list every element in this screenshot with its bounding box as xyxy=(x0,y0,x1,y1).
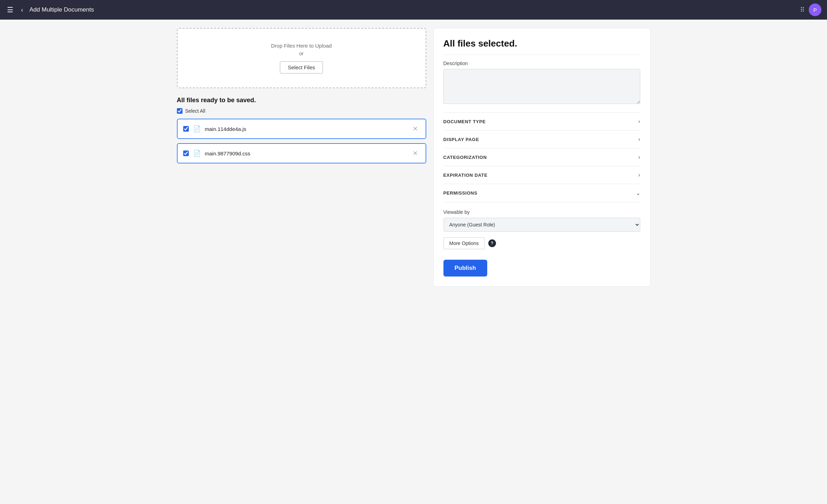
file-name-2: main.9877909d.css xyxy=(205,150,406,156)
file-checkbox-2[interactable] xyxy=(183,150,189,156)
header: ☰ ‹ Add Multiple Documents ⠿ P xyxy=(0,0,827,20)
select-files-button[interactable]: Select Files xyxy=(280,61,323,74)
file-item: 📄 main.114dde4a.js ✕ xyxy=(177,119,426,139)
more-options-button[interactable]: More Options xyxy=(443,237,485,249)
accordion-item-document-type[interactable]: DOCUMENT TYPE › xyxy=(443,112,640,130)
permissions-section: Viewable by Anyone (Guest Role) Owner Au… xyxy=(443,209,640,249)
drop-text: Drop Files Here to Upload xyxy=(185,43,419,49)
file-icon-2: 📄 xyxy=(193,149,201,157)
file-remove-button-1[interactable]: ✕ xyxy=(411,124,420,133)
page-title: Add Multiple Documents xyxy=(29,6,796,13)
main-content: Drop Files Here to Upload or Select File… xyxy=(168,20,659,295)
viewable-by-select[interactable]: Anyone (Guest Role) Owner Authenticated … xyxy=(443,218,640,232)
more-options-row: More Options ? xyxy=(443,237,640,249)
accordion-arrow-expiration-date: › xyxy=(638,172,640,178)
files-ready-section: All files ready to be saved. Select All … xyxy=(177,97,426,163)
accordion-item-expiration-date[interactable]: EXPIRATION DATE › xyxy=(443,166,640,184)
drop-or-text: or xyxy=(185,51,419,56)
apps-icon[interactable]: ⠿ xyxy=(800,6,805,14)
accordion-item-categorization[interactable]: CATEGORIZATION › xyxy=(443,148,640,166)
avatar[interactable]: P xyxy=(809,4,821,16)
publish-button[interactable]: Publish xyxy=(443,260,487,276)
back-icon: ‹ xyxy=(21,6,23,14)
accordion-arrow-document-type: › xyxy=(638,118,640,125)
right-panel-title: All files selected. xyxy=(443,38,640,55)
accordion-label-categorization: CATEGORIZATION xyxy=(443,155,487,160)
file-name-1: main.114dde4a.js xyxy=(205,126,406,132)
viewable-by-label: Viewable by xyxy=(443,209,640,215)
description-textarea[interactable] xyxy=(443,69,640,104)
accordion-label-expiration-date: EXPIRATION DATE xyxy=(443,173,488,178)
sidebar-toggle-button[interactable]: ☰ xyxy=(6,4,15,15)
help-icon[interactable]: ? xyxy=(488,239,496,247)
sidebar-icon: ☰ xyxy=(7,6,13,14)
accordion-item-display-page[interactable]: DISPLAY PAGE › xyxy=(443,130,640,148)
accordion-label-display-page: DISPLAY PAGE xyxy=(443,137,479,142)
accordion: DOCUMENT TYPE › DISPLAY PAGE › CATEGORIZ… xyxy=(443,112,640,202)
file-remove-button-2[interactable]: ✕ xyxy=(411,149,420,158)
right-panel: All files selected. Description DOCUMENT… xyxy=(433,28,650,287)
accordion-label-permissions: PERMISSIONS xyxy=(443,190,477,196)
header-right: ⠿ P xyxy=(800,4,821,16)
drop-zone[interactable]: Drop Files Here to Upload or Select File… xyxy=(177,28,426,88)
accordion-label-document-type: DOCUMENT TYPE xyxy=(443,119,486,124)
back-button[interactable]: ‹ xyxy=(19,4,25,16)
select-all-row: Select All xyxy=(177,108,426,114)
select-all-checkbox[interactable] xyxy=(177,108,182,114)
accordion-item-permissions[interactable]: PERMISSIONS ⌄ xyxy=(443,184,640,202)
left-panel: Drop Files Here to Upload or Select File… xyxy=(177,28,426,168)
file-icon-1: 📄 xyxy=(193,125,201,133)
accordion-arrow-display-page: › xyxy=(638,136,640,142)
select-all-label: Select All xyxy=(185,108,206,114)
accordion-arrow-categorization: › xyxy=(638,154,640,160)
file-item-2: 📄 main.9877909d.css ✕ xyxy=(177,143,426,163)
files-ready-title: All files ready to be saved. xyxy=(177,97,426,104)
description-label: Description xyxy=(443,61,640,66)
file-checkbox-1[interactable] xyxy=(183,126,189,132)
accordion-arrow-permissions: ⌄ xyxy=(636,190,640,196)
